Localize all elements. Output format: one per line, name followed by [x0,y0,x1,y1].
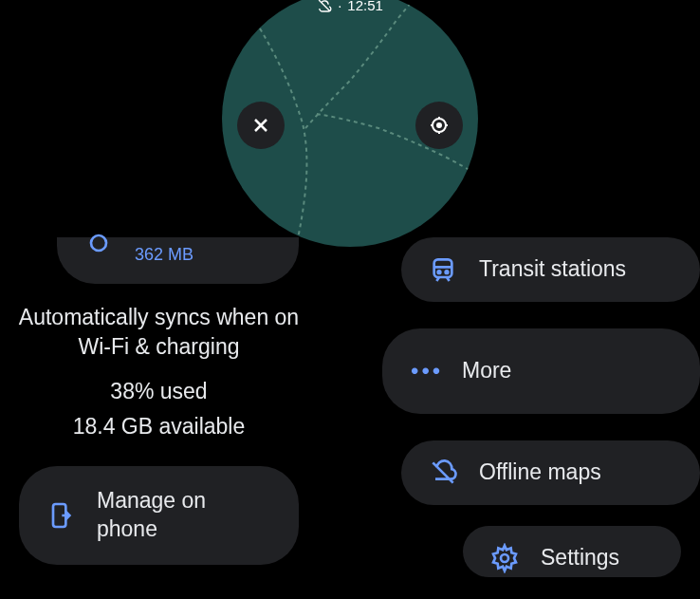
more-label: More [462,357,511,385]
close-icon [249,114,272,137]
storage-available-label: 18.4 GB available [15,414,303,440]
storage-item[interactable]: 362 MB [57,237,299,284]
storage-used-label: 38% used [15,379,303,404]
svg-point-7 [501,554,508,562]
svg-point-6 [446,271,449,273]
locate-icon [428,114,451,137]
close-button[interactable] [237,102,285,149]
phone-export-icon [46,500,76,531]
locate-button[interactable] [415,102,463,149]
cloud-off-icon [428,458,458,488]
more-icon: ••• [411,358,441,384]
storage-icon [83,232,114,262]
svg-point-1 [437,123,441,127]
offline-label: Offline maps [479,459,601,487]
more-button[interactable]: ••• More [382,328,700,414]
offline-maps-button[interactable]: Offline maps [401,440,700,505]
transit-icon [428,254,458,285]
storage-size-label: 362 MB [135,245,193,265]
status-bar: · 12:51 [317,0,383,13]
time-label: 12:51 [347,0,383,13]
transit-label: Transit stations [479,255,626,284]
settings-label: Settings [541,544,619,572]
settings-icon [489,543,520,573]
svg-point-5 [438,271,441,273]
manage-on-phone-button[interactable]: Manage on phone [19,466,299,565]
settings-button[interactable]: Settings [463,526,681,577]
cloud-off-icon [317,0,332,13]
svg-rect-4 [434,259,452,277]
sync-description: Automatically syncs when on Wi-Fi & char… [15,303,303,362]
transit-stations-button[interactable]: Transit stations [401,237,700,302]
watch-map-view[interactable]: · 12:51 [222,0,478,247]
manage-label: Manage on phone [97,487,272,544]
svg-point-2 [91,235,106,251]
